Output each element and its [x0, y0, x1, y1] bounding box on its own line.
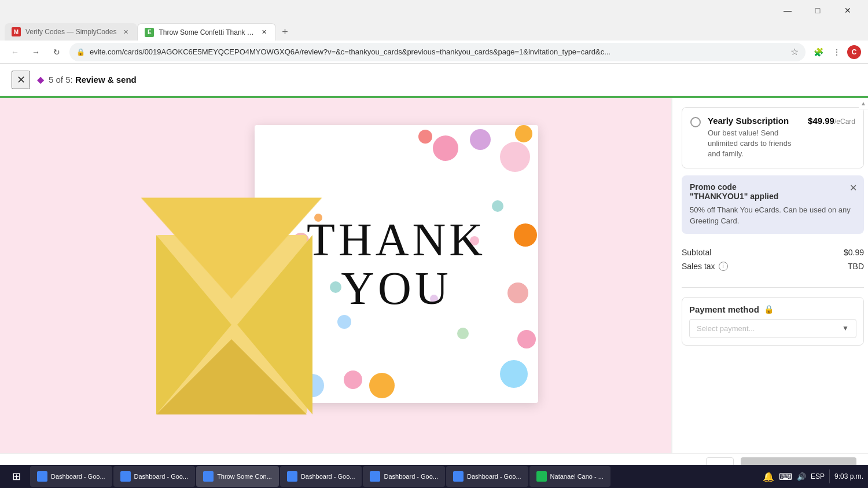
taskbar-item-1[interactable]: Dashboard - Goo...: [113, 466, 196, 487]
new-tab-button[interactable]: +: [276, 23, 293, 41]
svg-point-5: [514, 223, 537, 247]
taskbar-label-4: Dashboard - Goo...: [384, 473, 438, 480]
taskbar-item-3[interactable]: Dashboard - Goo...: [280, 466, 362, 487]
maximize-button[interactable]: □: [804, 2, 831, 19]
extensions-button[interactable]: 🧩: [810, 44, 826, 60]
taskbar-keyboard-icon[interactable]: ⌨: [779, 471, 792, 482]
step-text: 5 of 5: Review & send: [49, 75, 137, 85]
taskbar-icon-0: [37, 471, 47, 482]
taskbar-time: 9:03 p.m.: [834, 472, 863, 480]
taskbar-item-0[interactable]: Dashboard - Goo...: [30, 466, 112, 487]
address-bar[interactable]: 🔒 evite.com/cards/0019AGOKC6E5MEYQCEPO4M…: [69, 43, 806, 61]
taskbar-icon-2: [203, 471, 214, 482]
window-controls[interactable]: — □ ✕: [774, 2, 861, 19]
taskbar-label-5: Dashboard - Goo...: [467, 473, 521, 480]
svg-point-13: [369, 373, 395, 398]
taskbar-item-4[interactable]: Dashboard - Goo...: [363, 466, 445, 487]
taskbar-item-5[interactable]: Dashboard - Goo...: [446, 466, 528, 487]
scroll-up-icon: ▲: [860, 100, 866, 107]
tax-info-icon[interactable]: i: [719, 262, 728, 271]
promo-title: Promo code "THANKYOU1" applied: [690, 182, 856, 201]
payment-dropdown-placeholder: Select payment...: [697, 324, 755, 333]
promo-close-button[interactable]: ✕: [849, 182, 857, 193]
tab-2-favicon: E: [145, 28, 154, 37]
subtotal-label: Subtotal: [682, 248, 711, 257]
right-panel-container: ▲ Yearly Subscription Our best value! Se…: [671, 98, 868, 453]
plan-details-yearly: Yearly Subscription Our best value! Send…: [708, 116, 801, 160]
step-diamond-icon: ◆: [37, 74, 44, 85]
thank-text: THANK: [307, 215, 486, 264]
svg-point-8: [500, 360, 528, 388]
taskbar-label-2: Throw Some Con...: [217, 473, 272, 480]
step-title: Review & send: [75, 75, 137, 85]
svg-point-20: [337, 315, 351, 329]
tab-bar: M Verify Codes — SimplyCodes ✕ E Throw S…: [0, 21, 868, 41]
tab-1-close[interactable]: ✕: [121, 27, 130, 36]
taskbar-label-1: Dashboard - Goo...: [134, 473, 189, 480]
card-preview: THANK YOU: [0, 98, 671, 453]
taskbar-icon-3: [287, 471, 297, 482]
plan-desc-yearly: Our best value! Send unlimited cards to …: [708, 128, 801, 160]
tab-1-favicon: M: [12, 27, 21, 36]
scroll-up-arrow[interactable]: ▲: [859, 98, 868, 109]
back-nav-button[interactable]: ←: [7, 44, 23, 60]
card-wrapper: THANK YOU: [133, 125, 538, 426]
taskbar-icon-5: [453, 471, 464, 482]
plan-price-yearly: $49.99/eCard: [808, 116, 855, 126]
tab-1[interactable]: M Verify Codes — SimplyCodes ✕: [5, 23, 137, 41]
svg-point-1: [470, 129, 491, 150]
tab-2-title: Throw Some Confetti Thank Yo...: [159, 28, 255, 36]
plan-price-suffix: /eCard: [834, 118, 855, 126]
subtotal-value: $0.99: [844, 248, 864, 257]
svg-point-0: [433, 135, 458, 161]
taskbar-icon-4: [370, 471, 380, 482]
main-area: THANK YOU ▲ Yearly Subscription Our best…: [0, 98, 868, 453]
profile-avatar[interactable]: C: [847, 45, 861, 59]
svg-point-21: [457, 328, 469, 339]
taskbar-item-2[interactable]: Throw Some Con...: [196, 466, 279, 487]
payment-dropdown[interactable]: Select payment... ▼: [689, 319, 856, 338]
svg-point-3: [515, 125, 532, 142]
app-close-button[interactable]: ✕: [12, 71, 30, 89]
envelope: [156, 206, 312, 414]
taskbar-items: Dashboard - Goo... Dashboard - Goo... Th…: [30, 466, 610, 487]
plan-option-yearly[interactable]: Yearly Subscription Our best value! Send…: [682, 107, 864, 168]
taskbar-icon-6: [536, 471, 547, 482]
svg-point-7: [517, 330, 536, 348]
notification-icon[interactable]: 🔔: [763, 471, 774, 482]
nav-right: 🧩 ⋮ C: [810, 44, 861, 60]
start-button[interactable]: ⊞: [5, 466, 28, 487]
plan-name-yearly: Yearly Subscription: [708, 116, 801, 126]
divider: [682, 287, 864, 288]
reload-button[interactable]: ↻: [49, 44, 65, 60]
close-window-button[interactable]: ✕: [834, 2, 861, 19]
taskbar-icon-1: [120, 471, 131, 482]
address-bar-right: ☆: [790, 46, 799, 57]
taskbar-label-0: Dashboard - Goo...: [51, 473, 105, 480]
secure-icon: 🔒: [76, 48, 85, 56]
taskbar-separator: [829, 469, 830, 483]
plan-radio-yearly[interactable]: [690, 117, 701, 127]
title-bar: — □ ✕: [0, 0, 868, 21]
chrome-menu-button[interactable]: ⋮: [829, 44, 845, 60]
card-text: THANK YOU: [307, 215, 486, 313]
bookmark-icon[interactable]: ☆: [790, 46, 799, 57]
payment-title: Payment method: [689, 304, 759, 314]
nav-bar: ← → ↻ 🔒 evite.com/cards/0019AGOKC6E5MEYQ…: [0, 41, 868, 64]
step-indicator: ◆ 5 of 5: Review & send: [37, 74, 137, 85]
svg-point-6: [507, 282, 528, 303]
promo-banner: Promo code "THANKYOU1" applied 50% off T…: [682, 175, 864, 234]
forward-nav-button[interactable]: →: [28, 44, 44, 60]
tab-2[interactable]: E Throw Some Confetti Thank Yo... ✕: [137, 23, 276, 41]
summary-tax-row: Sales tax i TBD: [682, 259, 864, 273]
you-text: YOU: [307, 264, 486, 313]
payment-lock-icon: 🔒: [764, 304, 774, 314]
taskbar-label-6: Natanael Cano - ...: [550, 473, 604, 480]
start-icon: ⊞: [12, 470, 21, 483]
taskbar-item-6[interactable]: Natanael Cano - ...: [529, 466, 610, 487]
language-label: ESP: [811, 472, 825, 480]
svg-point-17: [492, 200, 503, 212]
minimize-button[interactable]: —: [774, 2, 801, 19]
volume-icon[interactable]: 🔊: [797, 472, 806, 481]
tab-2-close[interactable]: ✕: [259, 28, 269, 37]
